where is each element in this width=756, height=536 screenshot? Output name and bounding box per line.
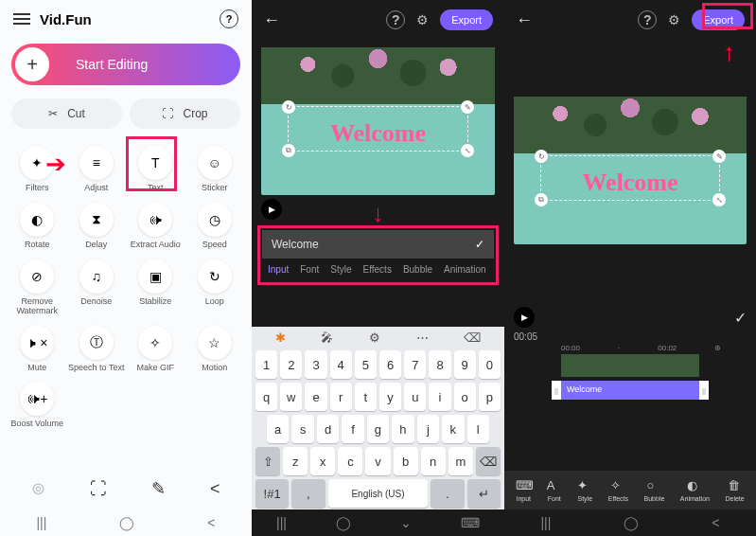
tool-speech-to-text[interactable]: ⓉSpeech to Text [67, 322, 127, 377]
tab-input[interactable]: Input [268, 264, 289, 275]
play-button[interactable]: ▶ [261, 199, 282, 220]
nav-recents[interactable]: ||| [36, 515, 46, 530]
nav-keyboard-icon[interactable]: ⌨ [461, 515, 480, 530]
start-editing-button[interactable]: + Start Editing [11, 44, 240, 85]
key-k[interactable]: k [442, 415, 464, 443]
tool-adjust[interactable]: ≡Adjust [67, 142, 127, 197]
tl-tool-effects[interactable]: ✧Effects [608, 478, 628, 502]
tool-stabilize[interactable]: ▣Stabilize [126, 256, 185, 320]
video-preview[interactable]: Welcome ↻ ✎ ⧉ ⤡ [261, 47, 495, 195]
dial-icon[interactable]: ⊚ [31, 478, 45, 499]
tl-tool-style[interactable]: ✦Style [577, 478, 592, 502]
scan-icon[interactable]: ⛶ [90, 479, 107, 499]
key-m[interactable]: m [448, 447, 473, 475]
key-5[interactable]: 5 [355, 350, 377, 379]
help-icon[interactable]: ? [386, 10, 405, 29]
key-d[interactable]: d [317, 415, 339, 443]
tl-tool-font[interactable]: AFont [547, 478, 562, 502]
key-9[interactable]: 9 [454, 350, 476, 379]
handle-resize[interactable]: ⤡ [461, 144, 474, 157]
key-7[interactable]: 7 [404, 350, 426, 379]
tool-boost-volume[interactable]: 🕪+Boost Volume [8, 378, 67, 433]
key-i[interactable]: i [429, 383, 450, 411]
back-icon[interactable]: ← [263, 10, 280, 30]
key-q[interactable]: q [255, 383, 277, 411]
cut-button[interactable]: ✂Cut [11, 98, 122, 129]
kb-mic-icon[interactable]: 🎤︎ [321, 331, 333, 345]
key-3[interactable]: 3 [305, 350, 326, 379]
share-icon[interactable]: < [210, 479, 220, 499]
key-6[interactable]: 6 [379, 350, 401, 379]
key-u[interactable]: u [404, 383, 426, 411]
key-shift[interactable]: ⇧ [255, 447, 280, 475]
nav-home[interactable]: ◯ [119, 515, 134, 530]
key-p[interactable]: p [479, 383, 501, 411]
nav-back[interactable]: < [712, 515, 719, 530]
tool-loop[interactable]: ↻Loop [185, 256, 245, 320]
kb-more-icon[interactable]: ⋯ [416, 331, 429, 345]
key-t[interactable]: t [355, 383, 377, 411]
key-enter[interactable]: ↵ [467, 479, 501, 508]
timeline-text-clip[interactable]: Welcome [561, 381, 699, 400]
confirm-icon[interactable]: ✓ [734, 309, 747, 327]
nav-back[interactable]: ⌄ [400, 515, 412, 530]
key-backspace[interactable]: ⌫ [476, 447, 501, 475]
tab-font[interactable]: Font [300, 264, 319, 275]
kb-emoji-icon[interactable]: ✱ [275, 331, 286, 345]
tab-bubble[interactable]: Bubble [403, 264, 432, 275]
key-8[interactable]: 8 [429, 350, 450, 379]
handle-edit[interactable]: ✎ [461, 100, 474, 114]
tool-sticker[interactable]: ☺Sticker [185, 142, 245, 197]
help-icon[interactable]: ? [220, 9, 238, 28]
key-b[interactable]: b [394, 447, 418, 475]
kb-settings-icon[interactable]: ⚙ [369, 331, 380, 345]
export-button[interactable]: Export [440, 9, 493, 30]
key-z[interactable]: z [283, 447, 308, 475]
key-r[interactable]: r [330, 383, 352, 411]
key-f[interactable]: f [342, 415, 363, 443]
tool-delay[interactable]: ⧗Delay [67, 199, 127, 254]
key-w[interactable]: w [280, 383, 302, 411]
nav-recents[interactable]: ||| [540, 515, 551, 530]
key-1[interactable]: 1 [255, 350, 277, 379]
key-x[interactable]: x [310, 447, 335, 475]
tab-effects[interactable]: Effects [363, 264, 392, 275]
key-j[interactable]: j [417, 415, 439, 443]
key-symbols[interactable]: !#1 [255, 479, 289, 508]
timeline-video-track[interactable] [561, 354, 699, 377]
key-v[interactable]: v [365, 447, 390, 475]
handle-rotate[interactable]: ↻ [535, 150, 548, 163]
magic-icon[interactable]: ✎ [151, 478, 166, 499]
key-0[interactable]: 0 [479, 350, 501, 379]
tl-tool-bubble[interactable]: ○Bubble [644, 478, 665, 502]
key-a[interactable]: a [267, 415, 289, 443]
key-4[interactable]: 4 [330, 350, 352, 379]
confirm-icon[interactable]: ✓ [475, 238, 484, 251]
tool-motion[interactable]: ☆Motion [185, 322, 245, 377]
tool-denoise[interactable]: ♫Denoise [67, 256, 127, 320]
nav-recents[interactable]: ||| [276, 515, 287, 530]
tab-animation[interactable]: Animation [444, 264, 485, 275]
key-h[interactable]: h [392, 415, 413, 443]
menu-icon[interactable] [13, 13, 30, 25]
back-icon[interactable]: ← [516, 10, 533, 30]
tool-speed[interactable]: ◷Speed [185, 199, 245, 254]
tl-tool-delete[interactable]: 🗑Delete [725, 478, 744, 502]
text-selection-box[interactable]: ↻ ✎ ⧉ ⤡ [540, 155, 720, 201]
key-e[interactable]: e [305, 383, 326, 411]
key-c[interactable]: c [338, 447, 362, 475]
tl-tool-input[interactable]: ⌨Input [516, 478, 531, 502]
crop-button[interactable]: ⛶Crop [130, 98, 240, 129]
key-g[interactable]: g [367, 415, 389, 443]
nav-home[interactable]: ◯ [336, 515, 351, 530]
tool-extract-audio[interactable]: 🕪Extract Audio [126, 199, 185, 254]
help-icon[interactable]: ? [638, 10, 657, 29]
tool-remove-watermark[interactable]: ⊘Remove Watermark [8, 256, 67, 320]
handle-rotate[interactable]: ↻ [282, 100, 295, 114]
video-preview[interactable]: Welcome ↻ ✎ ⧉ ⤡ [514, 97, 747, 244]
tool-mute[interactable]: 🕨×Mute [8, 322, 67, 377]
key-comma[interactable]: , [291, 479, 325, 508]
handle-copy[interactable]: ⧉ [282, 144, 295, 157]
key-space[interactable]: English (US) [328, 479, 429, 508]
tl-tool-animation[interactable]: ◐Animation [680, 478, 710, 502]
